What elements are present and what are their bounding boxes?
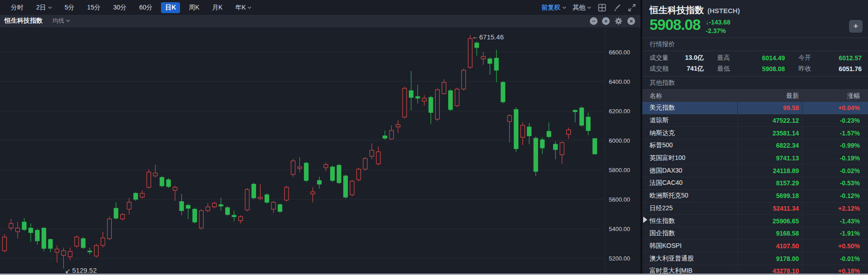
index-name: 纳斯达克 [642, 129, 737, 137]
y-axis-tick: 5200.00 [609, 255, 630, 262]
index-pct: -0.19% [802, 152, 868, 164]
price-change: ↓-143.68 [706, 18, 730, 27]
index-row-澳大利亚普通股[interactable]: 澳大利亚普通股9178.00-0.01% [642, 252, 868, 265]
index-pct: -1.57% [802, 127, 868, 139]
chart-controls: 前复权 其他 [541, 3, 636, 12]
index-last: 9741.13 [737, 152, 803, 164]
candlestick-chart-area: ←6715.46↙5129.52 6600.006400.006200.0060… [0, 27, 640, 275]
period-button-周K[interactable]: 周K [185, 2, 203, 13]
period-button-30分[interactable]: 30分 [109, 2, 131, 13]
index-pct: -0.12% [802, 190, 868, 202]
instrument-name-label: 恒生科技指数 [5, 17, 43, 25]
index-pct: +0.50% [802, 240, 868, 252]
period-button-15分[interactable]: 15分 [83, 2, 105, 13]
col-header-pct: 涨幅 [802, 92, 868, 100]
index-pct: +0.04% [802, 102, 868, 114]
index-name: 德国DAX30 [642, 167, 737, 175]
index-row-国企指数[interactable]: 国企指数9168.58-1.91% [642, 227, 868, 240]
index-row-欧洲斯托克50[interactable]: 欧洲斯托克505699.18-0.12% [642, 190, 868, 203]
chevron-down-icon [66, 19, 70, 22]
index-row-德国DAX30[interactable]: 德国DAX3024118.89-0.02% [642, 164, 868, 177]
index-title: 恒生科技指数 [650, 4, 704, 16]
ma-label-text: 均线 [52, 17, 64, 25]
index-last: 9178.00 [737, 252, 803, 265]
period-button-60分[interactable]: 60分 [135, 2, 157, 13]
index-row-英国富时100[interactable]: 英国富时1009741.13-0.19% [642, 152, 868, 165]
collapse-panel-handle[interactable] [643, 217, 647, 223]
index-code: (HSTECH) [707, 7, 740, 14]
y-axis-tick: 5800.00 [609, 167, 630, 174]
index-name: 日经225 [642, 204, 737, 212]
indices-section-title: 其他指数 [642, 77, 868, 90]
adjust-type-dropdown[interactable]: 前复权 [541, 4, 566, 12]
index-last: 99.58 [737, 102, 803, 114]
table-body: 美元指数99.58+0.04%道琼斯47522.12-0.23%纳斯达克2358… [642, 102, 868, 275]
y-axis-tick: 5600.00 [609, 196, 630, 203]
quote-item-最高: 最高6014.49 [710, 53, 792, 63]
index-pct: -1.43% [802, 215, 868, 227]
chevron-down-icon [48, 6, 52, 9]
quote-label: 今开 [798, 54, 811, 62]
index-last: 23581.14 [737, 127, 803, 139]
fullscreen-expand-icon[interactable] [627, 3, 636, 12]
price-axis: 6600.006400.006200.006000.005800.005600.… [605, 27, 640, 275]
index-row-韩国KOSPI[interactable]: 韩国KOSPI4107.50+0.50% [642, 240, 868, 253]
quote-panel: 恒生科技指数 (HSTECH) 5908.08 ↓-143.68 -2.37% … [640, 0, 868, 275]
index-name: 国企指数 [642, 229, 737, 237]
chart-pane-controls: − + × [590, 17, 636, 25]
index-row-法国CAC40[interactable]: 法国CAC408157.29-0.53% [642, 177, 868, 190]
layout-grid-icon[interactable] [598, 3, 606, 12]
quote-label: 成交额 [650, 65, 669, 73]
y-axis-tick: 5400.00 [609, 226, 630, 232]
index-row-道琼斯[interactable]: 道琼斯47522.12-0.23% [642, 115, 868, 127]
index-name: 标普500 [642, 141, 737, 150]
chevron-down-icon [247, 6, 251, 9]
draw-brush-icon[interactable] [612, 3, 621, 12]
zoom-in-icon[interactable]: + [602, 17, 610, 25]
quote-value: 6012.57 [839, 54, 862, 62]
index-row-纳斯达克[interactable]: 纳斯达克23581.14-1.57% [642, 127, 868, 140]
candlestick-chart[interactable]: ←6715.46↙5129.52 [0, 27, 605, 275]
index-row-美元指数[interactable]: 美元指数99.58+0.04% [642, 102, 868, 115]
quote-value: 13.0亿 [685, 54, 703, 62]
table-header: 名称 最新 涨幅 [642, 90, 868, 102]
period-button-年K[interactable]: 年K [231, 2, 256, 13]
y-axis-tick: 6200.00 [609, 108, 630, 115]
index-last: 25906.65 [737, 215, 803, 227]
zoom-out-icon[interactable]: − [590, 17, 598, 25]
period-button-5分[interactable]: 5分 [61, 2, 79, 13]
index-name: 澳大利亚普通股 [642, 255, 737, 263]
index-row-标普500[interactable]: 标普5006822.34-0.99% [642, 140, 868, 152]
index-pct: -0.99% [802, 140, 868, 152]
period-button-日K[interactable]: 日K [161, 2, 180, 13]
period-buttons: 分时2日5分15分30分60分日K周K月K年K [5, 2, 258, 13]
quote-label: 成交量 [650, 54, 669, 62]
chevron-down-icon [562, 6, 566, 9]
period-button-分时[interactable]: 分时 [7, 2, 28, 13]
index-row-日经225[interactable]: 日经22552411.34+2.12% [642, 203, 868, 215]
close-pane-icon[interactable]: × [627, 17, 635, 25]
index-last: 5699.18 [737, 190, 803, 202]
chart-subtitle-bar: 恒生科技指数 均线 − + [0, 15, 640, 27]
quote-item-最低: 最低5908.08 [710, 63, 792, 74]
ma-dropdown[interactable]: 均线 [52, 17, 70, 25]
add-to-watchlist-button[interactable]: + [849, 20, 863, 33]
other-dropdown[interactable]: 其他 [573, 4, 591, 12]
low-annotation: 5129.52 [72, 266, 97, 274]
high-annotation: 6715.46 [479, 33, 504, 41]
period-button-2日[interactable]: 2日 [32, 2, 56, 13]
index-name: 欧洲斯托克50 [642, 192, 737, 200]
index-pct: +2.12% [802, 203, 868, 215]
index-name: 恒生指数 [642, 217, 737, 225]
quote-item-成交量: 成交量13.0亿 [642, 53, 710, 63]
quote-label: 昨收 [798, 65, 811, 73]
index-last: 24118.89 [737, 164, 803, 177]
gear-icon[interactable] [614, 17, 623, 25]
index-pct: -0.53% [802, 177, 868, 189]
quote-value: 6014.49 [762, 54, 785, 62]
period-button-月K[interactable]: 月K [208, 2, 227, 13]
index-row-恒生指数[interactable]: 恒生指数25906.65-1.43% [642, 215, 868, 227]
index-last: 47522.12 [737, 115, 803, 127]
index-name: 韩国KOSPI [642, 242, 737, 250]
chevron-down-icon [587, 6, 591, 9]
